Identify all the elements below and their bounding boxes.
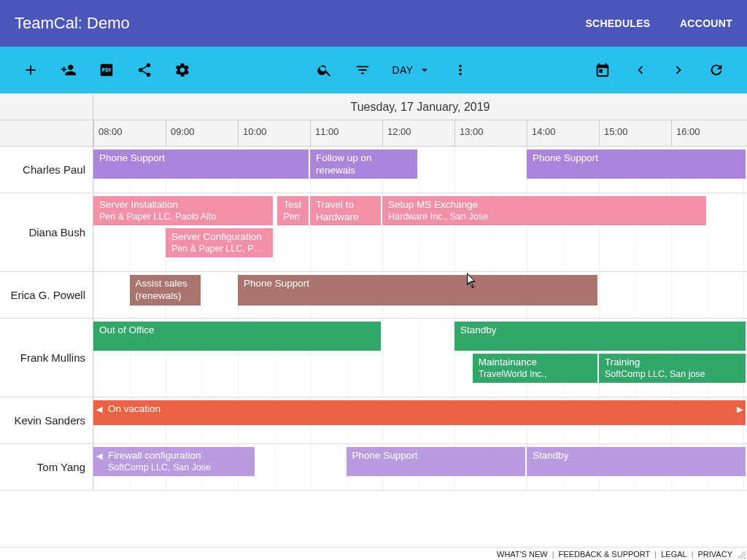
time-slot: 10:00: [238, 120, 310, 147]
add-person-button[interactable]: [51, 52, 86, 88]
schedule-lane[interactable]: Phone SupportFollow up on renewalsPhone …: [93, 147, 747, 192]
event-title: Maintainance: [479, 357, 592, 369]
event-subtitle: TravelWorld Inc.,: [479, 369, 592, 379]
event-title: Firewall configuration: [108, 450, 249, 462]
footer-whats-new[interactable]: WHAT'S NEW: [492, 550, 552, 559]
footer-feedback[interactable]: FEEDBACK & SUPPORT: [554, 550, 655, 559]
event-title: On vacation: [108, 403, 740, 416]
event[interactable]: Phone Support: [238, 275, 597, 306]
pdf-icon: [98, 62, 115, 78]
event[interactable]: Standby: [454, 322, 746, 351]
event-title: Out of Office: [99, 324, 375, 337]
filter-icon: [355, 62, 371, 78]
schedule-row: Charles PaulPhone SupportFollow up on re…: [0, 147, 747, 193]
schedule-row: Diana BushServer InstallationPen & Paper…: [0, 193, 747, 272]
schedule-lane[interactable]: ◀Firewall configurationSoftComp LLC, San…: [93, 444, 747, 490]
search-button[interactable]: [307, 52, 342, 88]
person-name[interactable]: Erica G. Powell: [0, 272, 93, 318]
event-title: Test: [283, 199, 303, 211]
nav-schedules[interactable]: SCHEDULES: [585, 18, 650, 29]
calendar-today-icon: [595, 62, 611, 78]
time-header: 08:0009:0010:0011:0012:0013:0014:0015:00…: [93, 120, 747, 147]
schedule-row: Frank MullinsOut of OfficeStandbyMaintai…: [0, 319, 747, 397]
event-title: Assist sales (renewals): [136, 278, 195, 303]
time-slot: 08:00: [93, 120, 166, 147]
next-button[interactable]: [661, 52, 696, 88]
search-icon: [317, 62, 333, 78]
schedule-grid: Tuesday, 17 January, 2019 08:0009:0010:0…: [0, 93, 747, 547]
today-button[interactable]: [585, 52, 620, 88]
person-name[interactable]: Charles Paul: [0, 147, 93, 192]
footer-legal[interactable]: LEGAL: [657, 550, 691, 559]
event-title: Server Installation: [99, 199, 267, 211]
view-mode-button[interactable]: DAY: [383, 63, 439, 77]
event[interactable]: MaintainanceTravelWorld Inc.,: [473, 354, 597, 383]
add-person-icon: [61, 62, 77, 78]
time-slot: 13:00: [454, 120, 527, 147]
more-vert-icon: [452, 62, 468, 78]
schedule-rows: Charles PaulPhone SupportFollow up on re…: [0, 147, 747, 547]
add-icon: [23, 62, 39, 78]
add-button[interactable]: [13, 52, 48, 88]
filter-button[interactable]: [345, 52, 380, 88]
chevron-left-icon: [632, 62, 649, 78]
event[interactable]: Server ConfigurationPen & Paper LLC, Pao…: [166, 228, 273, 257]
share-button[interactable]: [127, 52, 162, 88]
event-subtitle: SoftComp LLC, San Jose: [108, 462, 249, 472]
continues-left-icon: ◀: [96, 405, 102, 414]
event[interactable]: ◀On vacation▶: [93, 400, 746, 425]
event-title: Server Configuration: [171, 231, 267, 244]
nav-account[interactable]: ACCOUNT: [680, 18, 732, 29]
schedule-row: Erica G. PowellAssist sales (renewals)Ph…: [0, 272, 747, 319]
schedule-row: Tom Yang◀Firewall configurationSoftComp …: [0, 444, 747, 491]
event-title: Standby: [533, 450, 740, 462]
event-title: Phone Support: [352, 450, 520, 462]
person-name[interactable]: Diana Bush: [0, 193, 93, 271]
event-subtitle: Pen: [283, 211, 303, 222]
event-title: Travel to Hardware: [316, 199, 375, 224]
person-name[interactable]: Tom Yang: [0, 444, 93, 490]
event[interactable]: Phone Support: [347, 447, 526, 476]
event[interactable]: Out of Office: [93, 322, 381, 351]
event-subtitle: Pen & Paper LLC, Paolo: [171, 244, 267, 254]
overflow-menu-button[interactable]: [443, 52, 478, 88]
continues-right-icon: ▶: [737, 405, 743, 414]
event[interactable]: Follow up on renewals: [310, 149, 417, 179]
event[interactable]: Setup MS ExchangeHardware Inc., San Jose: [382, 196, 706, 225]
event-subtitle: Hardware Inc., San Jose: [388, 211, 700, 222]
time-slot: 11:00: [310, 120, 382, 147]
schedule-lane[interactable]: Server InstallationPen & Paper LLC, Paol…: [93, 193, 747, 271]
event[interactable]: Phone Support: [93, 149, 309, 179]
schedule-lane[interactable]: Assist sales (renewals)Phone Support: [93, 272, 747, 318]
prev-button[interactable]: [623, 52, 658, 88]
event[interactable]: TestPen: [277, 196, 309, 225]
settings-button[interactable]: [165, 52, 200, 88]
resize-grip-icon: [738, 551, 746, 559]
event[interactable]: Server InstallationPen & Paper LLC, Paol…: [93, 196, 273, 225]
app-title: TeamCal: Demo: [15, 14, 130, 33]
time-slot: 14:00: [527, 120, 599, 147]
refresh-button[interactable]: [699, 52, 734, 88]
footer-bar: WHAT'S NEW| FEEDBACK & SUPPORT| LEGAL| P…: [0, 547, 747, 560]
schedule-lane[interactable]: Out of OfficeStandbyMaintainanceTravelWo…: [93, 319, 747, 397]
person-name[interactable]: Frank Mullins: [0, 319, 93, 397]
schedule-lane[interactable]: ◀On vacation▶: [93, 397, 747, 443]
dropdown-arrow-icon: [418, 63, 431, 77]
event[interactable]: TrainingSoftComp LLC, San jose: [599, 354, 746, 383]
footer-privacy[interactable]: PRIVACY: [694, 550, 737, 559]
event[interactable]: Phone Support: [527, 149, 746, 179]
event[interactable]: Assist sales (renewals): [130, 275, 201, 306]
app-bar: TeamCal: Demo SCHEDULES ACCOUNT: [0, 0, 747, 47]
gear-icon: [174, 62, 190, 78]
header-corner: [0, 94, 93, 120]
event-title: Setup MS Exchange: [388, 199, 700, 211]
export-pdf-button[interactable]: [89, 52, 124, 88]
refresh-icon: [708, 62, 724, 78]
event-title: Training: [605, 357, 740, 369]
event-title: Phone Support: [99, 152, 303, 165]
event[interactable]: Travel to Hardware: [310, 196, 381, 225]
event[interactable]: ◀Firewall configurationSoftComp LLC, San…: [93, 447, 255, 476]
person-name[interactable]: Kevin Sanders: [0, 397, 93, 443]
event[interactable]: Standby: [527, 447, 746, 476]
toolbar: DAY: [0, 47, 747, 93]
